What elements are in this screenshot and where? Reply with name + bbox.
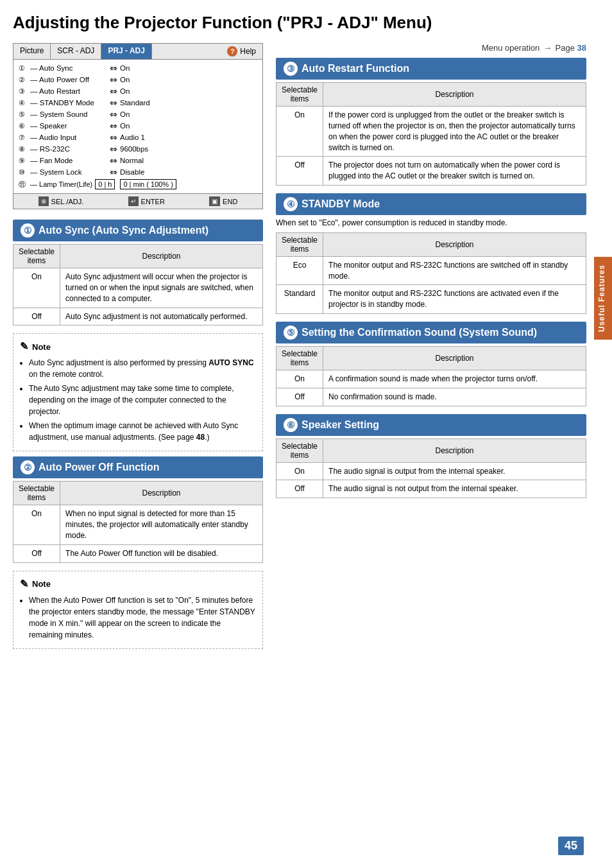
tab-scr-adj[interactable]: SCR - ADJ [51,44,101,59]
table-row: On When no input signal is detected for … [13,505,263,544]
menu-op-ref: Menu operation → Page 38 [276,43,586,53]
tab-picture[interactable]: Picture [13,44,51,59]
table-row: ⑤ — System Sound ⇔ On [19,108,257,120]
footer-end: ▣ END [209,196,237,206]
section6-header: ⑥ Speaker Setting [276,414,586,436]
note2-title: ✎ Note [20,577,256,592]
table-row: On Auto Sync adjustment will occur when … [13,268,263,308]
help-circle-icon: ? [227,46,237,56]
table-row: ③ — Auto Restart ⇔ On [19,85,257,97]
menu-footer: ⊕ SEL./ADJ. ↵ ENTER ▣ END [13,193,262,209]
table-row: ② — Auto Power Off ⇔ On [19,74,257,85]
section2-num: ② [21,460,35,474]
table-row: Eco The monitor output and RS-232C funct… [276,256,586,285]
section4-table: Selectable items Description Eco The mon… [276,232,586,314]
list-item: The Auto Sync adjustment may take some t… [29,383,256,417]
enter-icon: ↵ [128,196,139,206]
section5-title: Setting the Confirmation Sound (System S… [302,327,537,338]
menu-rows: ① — Auto Sync ⇔ On ② — Auto Power Off ⇔ … [13,60,262,193]
table-row: ⑥ — Speaker ⇔ On [19,120,257,132]
note-title: ✎ Note [20,339,256,354]
section5-table: Selectable items Description On A confir… [276,346,586,406]
lamp-timer-row: ⑪ — Lamp Timer(Life) 0 | h 0 | min ( 100… [19,178,257,191]
section5-num: ⑤ [284,326,298,340]
list-item: Auto Sync adjustment is also performed b… [29,357,256,380]
table-row: ⑨ — Fan Mode ⇔ Normal [19,155,257,166]
table-row: Off The projector does not turn on autom… [276,157,586,186]
table-row: ⑩ — System Lock ⇔ Disable [19,166,257,178]
table-row: Off The Auto Power Off function will be … [13,544,263,562]
section3-num: ③ [284,62,298,76]
section3-table: Selectable items Description On If the p… [276,82,586,186]
section2-title: Auto Power Off Function [38,462,159,473]
section5-header: ⑤ Setting the Confirmation Sound (System… [276,322,586,343]
footer-sel-adj: ⊕ SEL./ADJ. [38,196,84,206]
section2-note: ✎ Note When the Auto Power Off function … [13,571,263,649]
table-row: Off No confirmation sound is made. [276,388,586,406]
section4-num: ④ [284,197,298,211]
section6-title: Speaker Setting [302,419,379,431]
list-item: When the optimum image cannot be achieve… [29,420,256,443]
section3-header: ③ Auto Restart Function [276,58,586,80]
section6-num: ⑥ [284,418,298,432]
note2-icon: ✎ [20,577,28,592]
section1-note: ✎ Note Auto Sync adjustment is also perf… [13,333,263,451]
section1-title: Auto Sync (Auto Sync Adjustment) [38,225,208,236]
section4-header: ④ STANDBY Mode [276,193,586,215]
table-row: ① — Auto Sync ⇔ On [19,62,257,74]
table-row: Standard The monitor output and RS-232C … [276,285,586,314]
end-icon: ▣ [209,196,220,206]
page-number: 45 [558,837,584,855]
list-item: When the Auto Power Off function is set … [29,595,256,641]
side-tab: Useful Features [594,257,612,340]
table-row: ⑦ — Audio Input ⇔ Audio 1 [19,132,257,143]
section2-header: ② Auto Power Off Function [13,456,263,478]
table-row: On The audio signal is output from the i… [276,462,586,480]
table-row: Off Auto Sync adjustment is not automati… [13,308,263,326]
sel-adj-icon: ⊕ [38,196,49,206]
table-row: On If the power cord is unplugged from t… [276,107,586,157]
section2-table: Selectable items Description On When no … [13,481,263,562]
footer-enter: ↵ ENTER [128,196,165,206]
section1-header: ① Auto Sync (Auto Sync Adjustment) [13,220,263,241]
menu-op-page-link[interactable]: 38 [577,43,586,53]
table-row: ④ — STANDBY Mode ⇔ Standard [19,97,257,108]
page-title: Adjusting the Projector Function ("PRJ -… [13,13,586,33]
section3-title: Auto Restart Function [302,63,409,74]
section6-table: Selectable items Description On The audi… [276,438,586,499]
section4-intro: When set to "Eco", power consumption is … [276,218,586,229]
tab-help[interactable]: ? Help [221,44,262,59]
section1-num: ① [21,223,35,238]
tab-prj-adj[interactable]: PRJ - ADJ [101,44,152,59]
menu-header-row: Picture SCR - ADJ PRJ - ADJ ? Help [13,44,262,60]
table-row: Off The audio signal is not output from … [276,480,586,498]
menu-table: Picture SCR - ADJ PRJ - ADJ ? Help ① — A… [13,43,263,209]
section4-title: STANDBY Mode [302,198,380,210]
table-row: On A confirmation sound is made when the… [276,370,586,388]
note-icon: ✎ [20,339,28,354]
section1-table: Selectable items Description On Auto Syn… [13,244,263,326]
table-row: ⑧ — RS-232C ⇔ 9600bps [19,143,257,155]
